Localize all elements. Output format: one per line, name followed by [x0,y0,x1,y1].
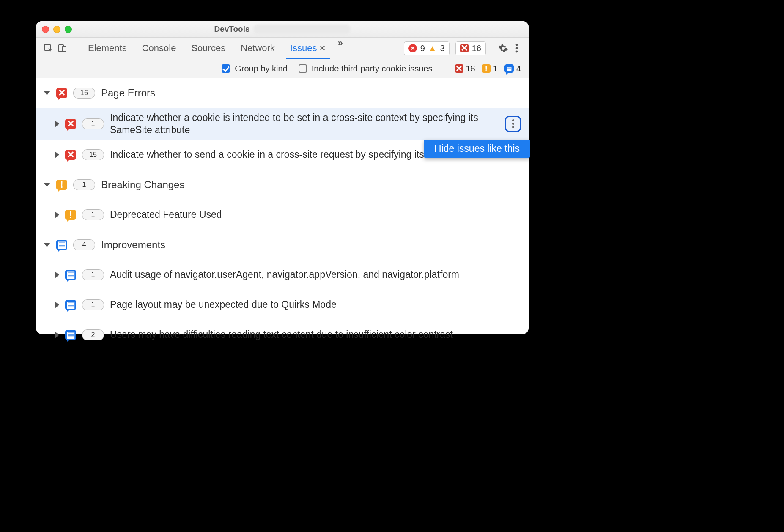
chevron-right-icon [55,151,59,158]
include-third-party-input[interactable] [299,64,307,73]
warning-speech-icon: ! [65,210,76,220]
error-speech-icon: ✕ [65,119,76,129]
filter-counts: ✕ 16 ! 1 ▤ 4 [455,64,521,74]
filter-info-count[interactable]: ▤ 4 [504,64,521,74]
group-breaking-changes[interactable]: ! 1 Breaking Changes [36,170,529,200]
devtools-toolbar: Elements Console Sources Network Issues … [36,38,529,59]
info-speech-icon: ▤ [65,270,76,280]
chevron-down-icon [44,91,50,95]
error-square-icon: ✕ [455,64,463,73]
more-tabs-icon[interactable]: » [333,38,347,59]
filter-error-count[interactable]: ✕ 16 [455,64,475,74]
error-count: 9 [420,44,425,53]
group-count: 16 [73,88,95,99]
traffic-lights [42,26,72,33]
group-title: Page Errors [101,87,155,99]
tab-console-label: Console [142,43,176,54]
group-by-kind-checkbox[interactable]: Group by kind [220,63,288,74]
issue-title: Page layout may be unexpected due to Qui… [110,299,521,311]
svg-point-3 [516,44,518,46]
window-minimize-button[interactable] [53,26,60,33]
tab-console[interactable]: Console [134,38,184,59]
tab-sources[interactable]: Sources [184,38,233,59]
context-menu-hide-issues[interactable]: Hide issues like this [424,140,530,158]
group-page-errors[interactable]: ✕ 16 Page Errors [36,78,529,108]
issue-title: Deprecated Feature Used [110,208,521,221]
issue-count: 1 [82,118,104,129]
issue-more-button[interactable] [505,116,521,132]
filter-warn-num: 1 [493,64,498,74]
warning-square-icon: ! [482,64,491,73]
svg-point-4 [516,47,518,49]
filter-info-num: 4 [516,64,521,74]
context-menu-label: Hide issues like this [434,143,520,154]
more-options-icon[interactable] [510,41,524,55]
toolbar-divider [491,43,491,54]
settings-gear-icon[interactable] [496,41,510,55]
filter-warn-count[interactable]: ! 1 [482,64,498,74]
issue-count: 1 [82,299,104,310]
issue-title: Indicate whether a cookie is intended to… [110,112,499,136]
error-circle-icon: ✕ [408,44,417,52]
issues-counts-button[interactable]: ✕ 16 [455,41,486,55]
issue-title: Users may have difficulties reading text… [110,329,521,341]
svg-point-5 [516,51,518,53]
chevron-right-icon [55,121,59,127]
issue-count: 15 [82,149,104,160]
warning-triangle-icon: ▲ [428,44,437,53]
device-toolbar-icon[interactable] [55,41,70,55]
chevron-right-icon [55,302,59,308]
window-maximize-button[interactable] [65,26,72,33]
issue-count: 2 [82,329,104,340]
console-counts-button[interactable]: ✕ 9 ▲ 3 [404,41,450,55]
tab-network-label: Network [241,43,275,54]
issue-count: 1 [82,209,104,220]
toolbar-counts: ✕ 9 ▲ 3 ✕ 16 [404,41,486,55]
chevron-down-icon [44,183,50,187]
error-speech-icon: ✕ [65,150,76,160]
issue-title: Audit usage of navigator.userAgent, navi… [110,269,521,281]
tab-network[interactable]: Network [233,38,282,59]
issue-count: 1 [82,269,104,280]
group-count: 4 [73,239,95,250]
issue-row[interactable]: ▤ 2 Users may have difficulties reading … [36,320,529,350]
group-title: Improvements [101,239,165,251]
issue-row[interactable]: ▤ 1 Page layout may be unexpected due to… [36,290,529,320]
window-close-button[interactable] [42,26,49,33]
issue-row[interactable]: ! 1 Deprecated Feature Used [36,200,529,230]
chevron-down-icon [44,243,50,247]
info-speech-icon: ▤ [504,64,514,73]
devtools-tabs: Elements Console Sources Network Issues … [80,38,347,59]
info-speech-icon: ▤ [65,300,76,310]
tab-elements[interactable]: Elements [80,38,134,59]
include-third-party-label: Include third-party cookie issues [312,64,433,74]
svg-rect-2 [62,47,66,52]
tab-sources-label: Sources [191,43,225,54]
info-speech-icon: ▤ [65,330,76,340]
group-by-kind-label: Group by kind [235,64,288,74]
issues-filter-bar: Group by kind Include third-party cookie… [36,59,529,78]
devtools-window: DevTools Elements Console Sources Networ… [36,21,529,334]
filter-error-num: 16 [466,64,475,74]
toolbar-divider [75,43,75,54]
window-title: DevTools [214,25,249,34]
tab-issues-close-icon[interactable]: ✕ [319,44,326,53]
include-third-party-checkbox[interactable]: Include third-party cookie issues [297,63,433,74]
info-speech-icon: ▤ [56,240,67,250]
window-title-detail-redacted [253,25,351,34]
group-by-kind-input[interactable] [222,64,230,73]
error-square-icon: ✕ [460,44,469,52]
warning-speech-icon: ! [56,180,67,190]
tab-issues[interactable]: Issues ✕ [282,38,334,59]
chevron-right-icon [55,271,59,278]
issues-error-count: 16 [472,44,481,53]
tab-elements-label: Elements [88,43,127,54]
error-speech-icon: ✕ [56,88,67,98]
warning-count: 3 [440,44,445,53]
chevron-right-icon [55,211,59,218]
group-improvements[interactable]: ▤ 4 Improvements [36,230,529,260]
group-count: 1 [73,179,95,190]
issue-row[interactable]: ✕ 1 Indicate whether a cookie is intende… [36,108,529,140]
issue-row[interactable]: ▤ 1 Audit usage of navigator.userAgent, … [36,260,529,290]
inspect-element-icon[interactable] [41,41,55,55]
